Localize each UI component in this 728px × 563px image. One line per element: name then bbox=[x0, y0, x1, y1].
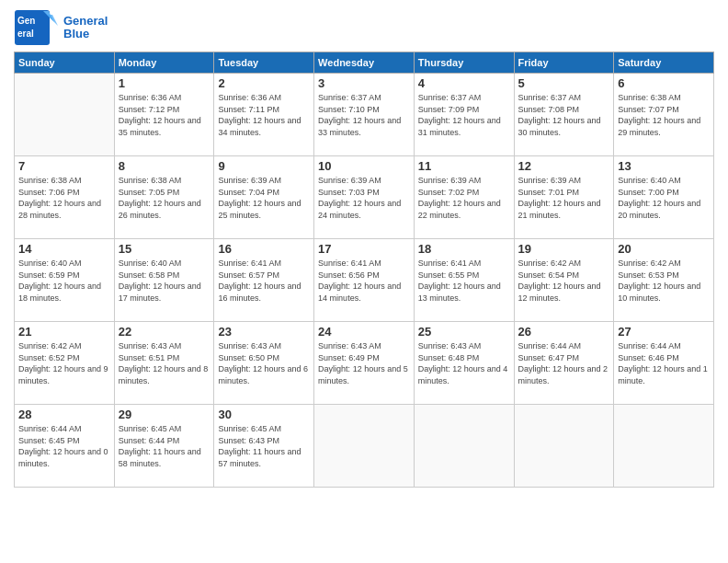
day-info: Sunrise: 6:38 AMSunset: 7:07 PMDaylight:… bbox=[618, 92, 710, 138]
day-info: Sunrise: 6:38 AMSunset: 7:06 PMDaylight:… bbox=[18, 175, 110, 221]
day-cell: 3Sunrise: 6:37 AMSunset: 7:10 PMDaylight… bbox=[314, 74, 415, 156]
day-number: 8 bbox=[119, 159, 210, 173]
day-number: 14 bbox=[18, 242, 110, 256]
logo: Gen eral General Blue bbox=[14, 9, 108, 46]
day-cell: 5Sunrise: 6:37 AMSunset: 7:08 PMDaylight… bbox=[514, 74, 614, 156]
week-row-1: 7Sunrise: 6:38 AMSunset: 7:06 PMDaylight… bbox=[15, 156, 714, 239]
day-number: 27 bbox=[618, 325, 710, 339]
day-number: 21 bbox=[18, 325, 110, 339]
day-cell: 14Sunrise: 6:40 AMSunset: 6:59 PMDayligh… bbox=[15, 239, 115, 322]
day-cell: 29Sunrise: 6:45 AMSunset: 6:44 PMDayligh… bbox=[114, 405, 214, 488]
calendar-table: SundayMondayTuesdayWednesdayThursdayFrid… bbox=[14, 52, 714, 488]
day-number: 3 bbox=[318, 76, 410, 90]
day-info: Sunrise: 6:44 AMSunset: 6:45 PMDaylight:… bbox=[18, 423, 110, 469]
day-info: Sunrise: 6:41 AMSunset: 6:57 PMDaylight:… bbox=[218, 258, 310, 304]
day-info: Sunrise: 6:37 AMSunset: 7:10 PMDaylight:… bbox=[318, 92, 410, 138]
day-number: 11 bbox=[418, 159, 510, 173]
day-number: 6 bbox=[618, 76, 710, 90]
day-info: Sunrise: 6:44 AMSunset: 6:47 PMDaylight:… bbox=[518, 340, 610, 386]
day-number: 26 bbox=[518, 325, 610, 339]
day-cell bbox=[314, 405, 415, 488]
day-number: 13 bbox=[618, 159, 710, 173]
day-cell: 26Sunrise: 6:44 AMSunset: 6:47 PMDayligh… bbox=[514, 322, 614, 405]
day-cell: 1Sunrise: 6:36 AMSunset: 7:12 PMDaylight… bbox=[114, 74, 214, 156]
weekday-header-thursday: Thursday bbox=[414, 52, 514, 74]
day-info: Sunrise: 6:43 AMSunset: 6:51 PMDaylight:… bbox=[119, 340, 210, 386]
logo-line2: Blue bbox=[63, 28, 108, 40]
day-cell: 23Sunrise: 6:43 AMSunset: 6:50 PMDayligh… bbox=[214, 322, 314, 405]
day-number: 16 bbox=[218, 242, 310, 256]
day-info: Sunrise: 6:41 AMSunset: 6:56 PMDaylight:… bbox=[318, 258, 410, 304]
week-row-4: 28Sunrise: 6:44 AMSunset: 6:45 PMDayligh… bbox=[15, 405, 714, 488]
day-cell: 30Sunrise: 6:45 AMSunset: 6:43 PMDayligh… bbox=[214, 405, 314, 488]
day-number: 5 bbox=[518, 76, 610, 90]
day-cell bbox=[414, 405, 514, 488]
day-number: 2 bbox=[218, 76, 310, 90]
day-cell: 25Sunrise: 6:43 AMSunset: 6:48 PMDayligh… bbox=[414, 322, 514, 405]
day-cell: 18Sunrise: 6:41 AMSunset: 6:55 PMDayligh… bbox=[414, 239, 514, 322]
day-number: 22 bbox=[119, 325, 210, 339]
week-row-2: 14Sunrise: 6:40 AMSunset: 6:59 PMDayligh… bbox=[15, 239, 714, 322]
day-number: 24 bbox=[318, 325, 410, 339]
day-info: Sunrise: 6:37 AMSunset: 7:08 PMDaylight:… bbox=[518, 92, 610, 138]
day-info: Sunrise: 6:42 AMSunset: 6:53 PMDaylight:… bbox=[618, 258, 710, 304]
weekday-header-wednesday: Wednesday bbox=[314, 52, 415, 74]
day-number: 30 bbox=[218, 408, 310, 421]
day-cell: 21Sunrise: 6:42 AMSunset: 6:52 PMDayligh… bbox=[15, 322, 115, 405]
day-cell: 4Sunrise: 6:37 AMSunset: 7:09 PMDaylight… bbox=[414, 74, 514, 156]
day-cell: 12Sunrise: 6:39 AMSunset: 7:01 PMDayligh… bbox=[514, 156, 614, 239]
day-info: Sunrise: 6:43 AMSunset: 6:48 PMDaylight:… bbox=[418, 340, 510, 386]
day-info: Sunrise: 6:40 AMSunset: 7:00 PMDaylight:… bbox=[618, 175, 710, 221]
day-cell: 2Sunrise: 6:36 AMSunset: 7:11 PMDaylight… bbox=[214, 74, 314, 156]
day-info: Sunrise: 6:43 AMSunset: 6:50 PMDaylight:… bbox=[218, 340, 310, 386]
day-number: 19 bbox=[518, 242, 610, 256]
day-cell bbox=[514, 405, 614, 488]
day-cell: 22Sunrise: 6:43 AMSunset: 6:51 PMDayligh… bbox=[114, 322, 214, 405]
day-cell: 27Sunrise: 6:44 AMSunset: 6:46 PMDayligh… bbox=[614, 322, 714, 405]
day-info: Sunrise: 6:44 AMSunset: 6:46 PMDaylight:… bbox=[618, 340, 710, 386]
day-cell: 13Sunrise: 6:40 AMSunset: 7:00 PMDayligh… bbox=[614, 156, 714, 239]
day-number: 29 bbox=[119, 408, 210, 421]
day-info: Sunrise: 6:36 AMSunset: 7:12 PMDaylight:… bbox=[119, 92, 210, 138]
svg-text:eral: eral bbox=[17, 29, 34, 39]
day-number: 18 bbox=[418, 242, 510, 256]
calendar-page: Gen eral General Blue SundayMondayTuesda… bbox=[0, 0, 728, 563]
day-cell: 7Sunrise: 6:38 AMSunset: 7:06 PMDaylight… bbox=[15, 156, 115, 239]
day-number: 4 bbox=[418, 76, 510, 90]
logo-svg: Gen eral bbox=[14, 9, 60, 46]
day-cell: 9Sunrise: 6:39 AMSunset: 7:04 PMDaylight… bbox=[214, 156, 314, 239]
day-cell: 19Sunrise: 6:42 AMSunset: 6:54 PMDayligh… bbox=[514, 239, 614, 322]
day-number: 28 bbox=[18, 408, 110, 421]
day-number: 1 bbox=[119, 76, 210, 90]
day-info: Sunrise: 6:43 AMSunset: 6:49 PMDaylight:… bbox=[318, 340, 410, 386]
day-cell: 20Sunrise: 6:42 AMSunset: 6:53 PMDayligh… bbox=[614, 239, 714, 322]
weekday-header-friday: Friday bbox=[514, 52, 614, 74]
day-info: Sunrise: 6:39 AMSunset: 7:02 PMDaylight:… bbox=[418, 175, 510, 221]
day-number: 25 bbox=[418, 325, 510, 339]
page-header: Gen eral General Blue bbox=[14, 9, 714, 46]
weekday-header-row: SundayMondayTuesdayWednesdayThursdayFrid… bbox=[15, 52, 714, 74]
weekday-header-sunday: Sunday bbox=[15, 52, 115, 74]
day-info: Sunrise: 6:45 AMSunset: 6:43 PMDaylight:… bbox=[218, 423, 310, 469]
day-number: 15 bbox=[119, 242, 210, 256]
weekday-header-tuesday: Tuesday bbox=[214, 52, 314, 74]
weekday-header-monday: Monday bbox=[114, 52, 214, 74]
day-info: Sunrise: 6:39 AMSunset: 7:03 PMDaylight:… bbox=[318, 175, 410, 221]
day-info: Sunrise: 6:38 AMSunset: 7:05 PMDaylight:… bbox=[119, 175, 210, 221]
day-cell: 6Sunrise: 6:38 AMSunset: 7:07 PMDaylight… bbox=[614, 74, 714, 156]
day-info: Sunrise: 6:37 AMSunset: 7:09 PMDaylight:… bbox=[418, 92, 510, 138]
logo-line1: General bbox=[63, 15, 108, 28]
day-info: Sunrise: 6:39 AMSunset: 7:01 PMDaylight:… bbox=[518, 175, 610, 221]
svg-text:Gen: Gen bbox=[17, 16, 35, 26]
day-info: Sunrise: 6:42 AMSunset: 6:52 PMDaylight:… bbox=[18, 340, 110, 386]
day-cell: 24Sunrise: 6:43 AMSunset: 6:49 PMDayligh… bbox=[314, 322, 415, 405]
day-number: 12 bbox=[518, 159, 610, 173]
day-cell: 28Sunrise: 6:44 AMSunset: 6:45 PMDayligh… bbox=[15, 405, 115, 488]
day-info: Sunrise: 6:45 AMSunset: 6:44 PMDaylight:… bbox=[119, 423, 210, 469]
day-cell: 10Sunrise: 6:39 AMSunset: 7:03 PMDayligh… bbox=[314, 156, 415, 239]
day-cell: 17Sunrise: 6:41 AMSunset: 6:56 PMDayligh… bbox=[314, 239, 415, 322]
day-number: 17 bbox=[318, 242, 410, 256]
week-row-3: 21Sunrise: 6:42 AMSunset: 6:52 PMDayligh… bbox=[15, 322, 714, 405]
day-info: Sunrise: 6:40 AMSunset: 6:59 PMDaylight:… bbox=[18, 258, 110, 304]
day-number: 20 bbox=[618, 242, 710, 256]
